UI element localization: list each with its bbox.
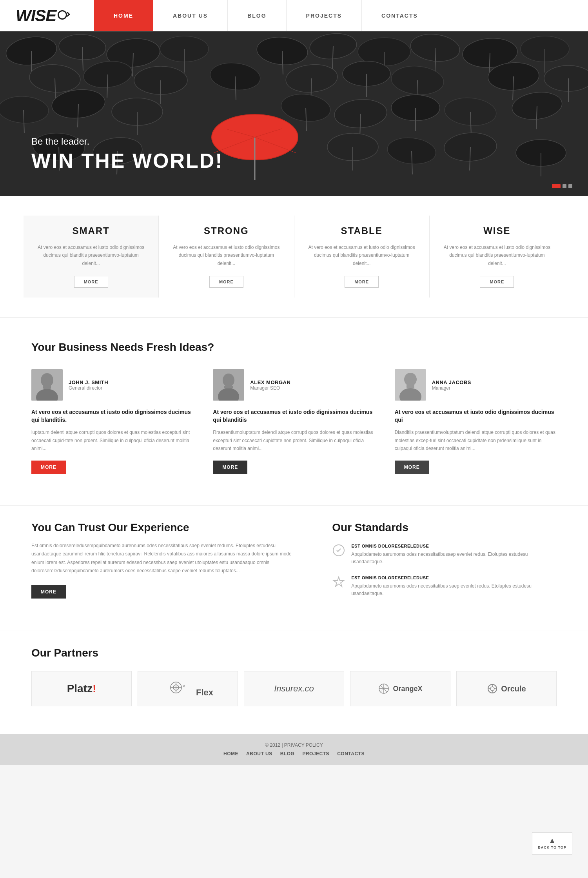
partner-flex[interactable]: ° Flex xyxy=(138,671,238,706)
team-header-3: ANNA JACOBS Manager xyxy=(395,369,557,401)
standards-title: Our Standards xyxy=(332,521,557,534)
feature-btn-wise[interactable]: MORE xyxy=(480,276,514,288)
avatar-smith xyxy=(31,369,63,401)
nav-item-contacts[interactable]: CONTACTS xyxy=(362,0,437,31)
svg-point-82 xyxy=(404,373,417,386)
logo-text: WISE xyxy=(16,6,56,25)
footer-nav-projects[interactable]: PROJECTS xyxy=(302,751,329,756)
nav-item-projects[interactable]: PROJECTS xyxy=(287,0,362,31)
partner-name-orcule: Orcule xyxy=(487,683,526,694)
main-nav: HOME ABOUT US BLOG PROJECTS CONTACTS xyxy=(94,0,588,31)
business-title: Your Business Needs Fresh Ideas? xyxy=(31,341,557,354)
nav-item-about[interactable]: ABOUT US xyxy=(153,0,228,31)
team-col-2: ALEX MORGAN Manager SEO At vero eos et a… xyxy=(213,369,375,473)
partner-platz[interactable]: Platz! xyxy=(31,671,132,706)
standard-title-2: EST OMNIS DOLORESERELEDUSE xyxy=(351,575,557,580)
trust-text: Est omnis doloresereledusempquibdameto a… xyxy=(31,542,301,575)
team-role-1: General director xyxy=(69,385,108,391)
team-btn-2[interactable]: MORE xyxy=(213,461,247,474)
svg-text:°: ° xyxy=(183,684,185,691)
partner-name-orangex: OrangeX xyxy=(378,683,422,695)
nav-item-blog[interactable]: BLOG xyxy=(228,0,286,31)
hero-dot-active[interactable] xyxy=(552,184,561,188)
standard-content-2: EST OMNIS DOLORESERELEDUSE Apquibdameto … xyxy=(351,575,557,597)
hero-slider-dots xyxy=(552,184,572,188)
feature-item-strong: STRONG At vero eos et accusamus et iusto… xyxy=(159,216,294,298)
standard-icon-1 xyxy=(332,544,345,557)
feature-text-strong: At vero eos et accusamus et iusto odio d… xyxy=(171,243,282,267)
partner-name-flex: ° Flex xyxy=(162,680,213,698)
feature-btn-smart[interactable]: MORE xyxy=(74,276,108,288)
team-body-text-3: Dlanditiis praesentiumvoluptatum delendi… xyxy=(395,428,557,452)
footer-nav-contacts[interactable]: CONTACTS xyxy=(337,751,365,756)
business-section: Your Business Needs Fresh Ideas? JOHN J.… xyxy=(0,317,588,505)
team-body-text-1: luptatum delenti atque corrupti quos dol… xyxy=(31,428,193,452)
team-info-2: ALEX MORGAN Manager SEO xyxy=(250,379,290,391)
partners-title: Our Partners xyxy=(31,647,557,659)
hero-dot-inactive-1[interactable] xyxy=(563,184,566,188)
partners-section: Our Partners Platz! ° Flex Insurex.co xyxy=(0,631,588,734)
team-name-3: ANNA JACOBS xyxy=(432,379,471,385)
partner-name-platz: Platz! xyxy=(67,682,96,695)
logo-area: WISE xyxy=(0,0,94,31)
team-role-2: Manager SEO xyxy=(250,385,290,391)
svg-point-37 xyxy=(544,65,588,91)
standard-item-1: EST OMNIS DOLORESERELEDUSE Apquibdameto … xyxy=(332,544,557,566)
team-btn-1[interactable]: MORE xyxy=(31,461,66,474)
avatar-morgan xyxy=(213,369,244,401)
feature-item-wise: WISE At vero eos et accusamus et iusto o… xyxy=(430,216,564,298)
footer-nav: HOME ABOUT US BLOG PROJECTS CONTACTS xyxy=(9,751,579,756)
feature-item-stable: STABLE At vero eos et accusamus et iusto… xyxy=(294,216,430,298)
team-body-title-2: At vero eos et accusamus et iusto odio d… xyxy=(213,408,375,424)
team-info-1: JOHN J. SMITH General director xyxy=(69,379,108,391)
hero-subtitle: Be the leader. xyxy=(31,136,223,147)
hero-dot-inactive-2[interactable] xyxy=(568,184,572,188)
team-info-3: ANNA JACOBS Manager xyxy=(432,379,471,391)
team-body-title-1: At vero eos et accusamus et iusto odio d… xyxy=(31,408,193,424)
trust-standards-section: You Can Trust Our Experience Est omnis d… xyxy=(0,505,588,631)
partner-orcule[interactable]: Orcule xyxy=(456,671,557,706)
svg-point-78 xyxy=(223,374,234,387)
footer: © 2012 | PRIVACY POLICY HOME ABOUT US BL… xyxy=(0,734,588,765)
partner-name-insurex: Insurex.co xyxy=(274,684,314,694)
footer-nav-blog[interactable]: BLOG xyxy=(280,751,295,756)
feature-text-stable: At vero eos et accusamus et iusto odio d… xyxy=(306,243,417,267)
feature-title-strong: STRONG xyxy=(171,225,282,236)
partner-orangex[interactable]: OrangeX xyxy=(350,671,450,706)
team-body-title-3: At vero eos et accusamus et iusto odio d… xyxy=(395,408,557,424)
footer-nav-about[interactable]: ABOUT US xyxy=(246,751,272,756)
avatar-jacobs xyxy=(395,369,426,401)
standard-content-1: EST OMNIS DOLORESERELEDUSE Apquibdameto … xyxy=(351,544,557,566)
svg-rect-76 xyxy=(43,386,51,389)
team-header-1: JOHN J. SMITH General director xyxy=(31,369,193,401)
header: WISE HOME ABOUT US BLOG PROJECTS CONTACT… xyxy=(0,0,588,31)
footer-nav-home[interactable]: HOME xyxy=(223,751,238,756)
trust-btn[interactable]: MORE xyxy=(31,585,66,599)
standard-text-2: Apquibdameto aerumoms odes necessitatibu… xyxy=(351,582,557,597)
standard-icon-2 xyxy=(332,575,345,589)
feature-item-smart: SMART At vero eos et accusamus et iusto … xyxy=(24,216,159,298)
team-name-2: ALEX MORGAN xyxy=(250,379,290,385)
svg-point-97 xyxy=(490,687,494,691)
hero-section: Be the leader. WIN THE WORLD! xyxy=(0,31,588,196)
feature-btn-stable[interactable]: MORE xyxy=(345,276,379,288)
feature-title-stable: STABLE xyxy=(306,225,417,236)
standard-item-2: EST OMNIS DOLORESERELEDUSE Apquibdameto … xyxy=(332,575,557,597)
team-body-text-2: Rraesentiumoluptatum delendi atque corru… xyxy=(213,428,375,452)
feature-text-smart: At vero eos et accusamus et iusto odio d… xyxy=(35,243,147,267)
standard-title-1: EST OMNIS DOLORESERELEDUSE xyxy=(351,544,557,548)
svg-point-74 xyxy=(41,373,53,387)
hero-text-area: Be the leader. WIN THE WORLD! xyxy=(31,136,223,172)
footer-copy: © 2012 | PRIVACY POLICY xyxy=(9,742,579,748)
team-role-3: Manager xyxy=(432,385,471,391)
partner-insurex[interactable]: Insurex.co xyxy=(244,671,344,706)
svg-rect-84 xyxy=(407,385,414,388)
team-btn-3[interactable]: MORE xyxy=(395,461,429,474)
trust-left: You Can Trust Our Experience Est omnis d… xyxy=(31,521,301,608)
trust-title: You Can Trust Our Experience xyxy=(31,521,301,534)
avatar-smith-img xyxy=(31,369,63,401)
feature-title-smart: SMART xyxy=(35,225,147,236)
feature-btn-strong[interactable]: MORE xyxy=(209,276,243,288)
nav-item-home[interactable]: HOME xyxy=(94,0,153,31)
hero-title: WIN THE WORLD! xyxy=(31,149,223,172)
